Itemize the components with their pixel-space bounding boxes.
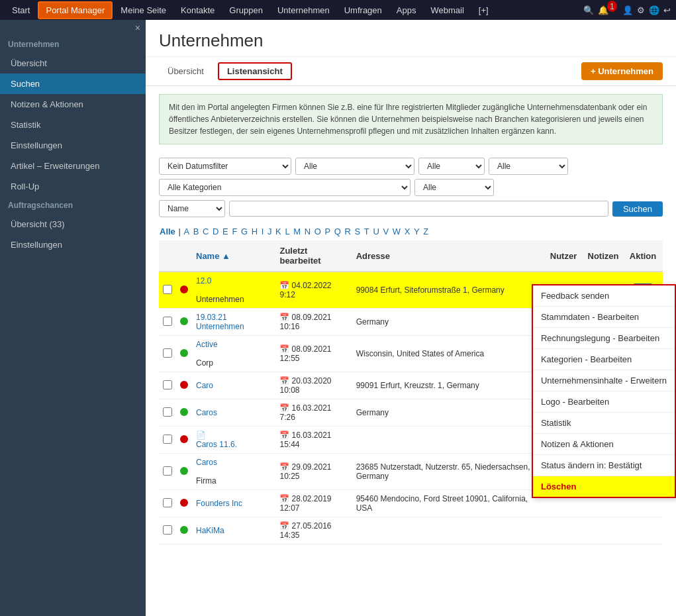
tab-listenansicht[interactable]: Listenansicht — [218, 62, 292, 80]
alpha-n[interactable]: N — [305, 227, 311, 236]
alpha-v[interactable]: V — [383, 227, 389, 236]
filter-select-alle-2[interactable]: Alle — [418, 158, 485, 175]
dropdown-loschen[interactable]: Löschen — [533, 476, 675, 497]
th-address: Adresse — [352, 240, 544, 272]
row-checkbox[interactable] — [163, 407, 172, 417]
status-indicator — [180, 285, 188, 293]
alpha-o[interactable]: O — [314, 227, 321, 236]
alpha-t[interactable]: T — [364, 227, 369, 236]
row-checkbox[interactable] — [163, 466, 172, 476]
search-button[interactable]: Suchen — [612, 201, 663, 217]
dropdown-kategorien[interactable]: Kategorien - Bearbeiten — [533, 349, 675, 370]
alpha-l[interactable]: L — [285, 227, 289, 236]
row-checkbox[interactable] — [163, 435, 172, 444]
logout-icon[interactable]: ↩ — [663, 5, 671, 15]
sidebar-item-rollup[interactable]: Roll-Up — [0, 176, 146, 197]
date-filter-select[interactable]: Kein Datumsfilter — [159, 158, 291, 175]
row-checkbox[interactable] — [163, 498, 172, 507]
sidebar-item-notizen[interactable]: Notizen & Aktionen — [0, 94, 146, 115]
nav-umfragen[interactable]: Umfragen — [338, 3, 389, 18]
alpha-s[interactable]: S — [355, 227, 361, 236]
company-name-link[interactable]: Caro — [196, 381, 271, 390]
dropdown-stammdaten[interactable]: Stammdaten - Bearbeiten — [533, 307, 675, 328]
nav-portal-manager[interactable]: Portal Manager — [38, 1, 113, 19]
alpha-c[interactable]: C — [203, 227, 209, 236]
globe-icon[interactable]: 🌐 — [649, 5, 659, 15]
row-checkbox[interactable] — [163, 285, 172, 294]
alpha-g[interactable]: G — [241, 227, 248, 236]
alpha-p[interactable]: P — [325, 227, 331, 236]
dropdown-feedback[interactable]: Feedback senden — [533, 285, 675, 307]
row-checkbox[interactable] — [163, 317, 172, 326]
dropdown-logo[interactable]: Logo - Bearbeiten — [533, 391, 675, 413]
add-unternehmen-button[interactable]: + Unternehmen — [581, 62, 663, 80]
alpha-i[interactable]: I — [262, 227, 264, 236]
search-icon[interactable]: 🔍 — [583, 5, 594, 15]
dropdown-notizen[interactable]: Notizen & Aktionen — [533, 434, 675, 455]
main-layout: × Unternehmen Übersicht Suchen Notizen &… — [0, 20, 676, 616]
dropdown-statistik[interactable]: Statistik — [533, 413, 675, 434]
company-name-link[interactable]: Caros 11.6. — [196, 440, 271, 449]
sidebar-item-einstellungen-auftr[interactable]: Einstellungen — [0, 234, 146, 255]
sidebar-item-statistik[interactable]: Statistik — [0, 115, 146, 135]
gear-icon[interactable]: ⚙ — [637, 5, 645, 15]
alpha-m[interactable]: M — [293, 227, 301, 236]
alpha-h[interactable]: H — [252, 227, 258, 236]
company-address: 23685 Nutzerstadt, Nutzerstr. 65, Nieder… — [352, 454, 544, 490]
last-edited-date: 📅16.03.2021 15:44 — [275, 427, 352, 454]
search-input[interactable] — [229, 201, 608, 217]
nav-unternehmen[interactable]: Unternehmen — [271, 3, 336, 18]
nav-apps[interactable]: Apps — [390, 3, 423, 18]
filter-select-alle-1[interactable]: Alle — [295, 158, 414, 175]
company-name-link[interactable]: Caros — [196, 458, 271, 467]
company-name-link[interactable]: Active — [196, 340, 271, 349]
nav-gruppen[interactable]: Gruppen — [222, 3, 269, 18]
dropdown-unternehmensinhalte[interactable]: Unternehmensinhalte - Erweitern — [533, 370, 675, 391]
dropdown-rechnungslegung[interactable]: Rechnungslegung - Bearbeiten — [533, 328, 675, 349]
alpha-x[interactable]: X — [405, 227, 410, 236]
sidebar-item-ubersicht[interactable]: Übersicht — [0, 53, 146, 74]
sidebar-item-artikel[interactable]: Artikel – Erweiterungen — [0, 156, 146, 176]
company-name-link[interactable]: Caros — [196, 408, 271, 417]
alpha-r[interactable]: R — [345, 227, 351, 236]
tab-ubersicht[interactable]: Übersicht — [159, 63, 213, 79]
nav-meine-seite[interactable]: Meine Seite — [114, 3, 173, 18]
nav-start[interactable]: Start — [5, 3, 36, 18]
alpha-e[interactable]: E — [222, 227, 228, 236]
alpha-u[interactable]: U — [373, 227, 379, 236]
company-name-link[interactable]: Founders Inc — [196, 499, 271, 508]
sidebar-item-suchen[interactable]: Suchen — [0, 74, 146, 94]
alpha-q[interactable]: Q — [334, 227, 341, 236]
alpha-f[interactable]: F — [232, 227, 237, 236]
company-address: 95460 Mendocino, Ford Street 10901, Cali… — [352, 490, 544, 517]
th-name[interactable]: Name ▲ — [192, 240, 275, 272]
filter-select-alle-3[interactable]: Alle — [489, 158, 568, 175]
filter-select-alle-4[interactable]: Alle — [414, 179, 494, 196]
row-checkbox[interactable] — [163, 348, 172, 358]
nav-plus[interactable]: [+] — [472, 3, 495, 18]
notification-icon[interactable]: 🔔1 — [598, 5, 618, 15]
alpha-b[interactable]: B — [193, 227, 199, 236]
company-name-link[interactable]: 12.0 — [196, 276, 271, 285]
sidebar-item-ubersicht-auftr[interactable]: Übersicht (33) — [0, 214, 146, 234]
alpha-d[interactable]: D — [213, 227, 218, 236]
company-name-link[interactable]: HaKiMa — [196, 526, 271, 535]
alpha-w[interactable]: W — [393, 227, 401, 236]
alpha-z[interactable]: Z — [423, 227, 428, 236]
alpha-a[interactable]: A — [183, 227, 189, 236]
sidebar-item-einstellungen[interactable]: Einstellungen — [0, 135, 146, 156]
row-checkbox[interactable] — [163, 525, 172, 535]
alpha-y[interactable]: Y — [414, 227, 420, 236]
alpha-all[interactable]: Alle — [160, 227, 175, 236]
alpha-j[interactable]: J — [267, 227, 272, 236]
alpha-k[interactable]: K — [275, 227, 281, 236]
kategorien-select[interactable]: Alle Kategorien — [159, 179, 410, 196]
nav-webmail[interactable]: Webmail — [424, 3, 470, 18]
company-name-link[interactable]: 19.03.21 Unternehmen — [196, 313, 271, 331]
user-icon[interactable]: 👤 — [622, 5, 633, 15]
sidebar-close-btn[interactable]: × — [0, 20, 146, 36]
name-select[interactable]: Name — [159, 200, 225, 217]
row-checkbox[interactable] — [163, 380, 172, 389]
nav-kontakte[interactable]: Kontakte — [174, 3, 221, 18]
dropdown-status[interactable]: Status ändern in: Bestätigt — [533, 455, 675, 476]
